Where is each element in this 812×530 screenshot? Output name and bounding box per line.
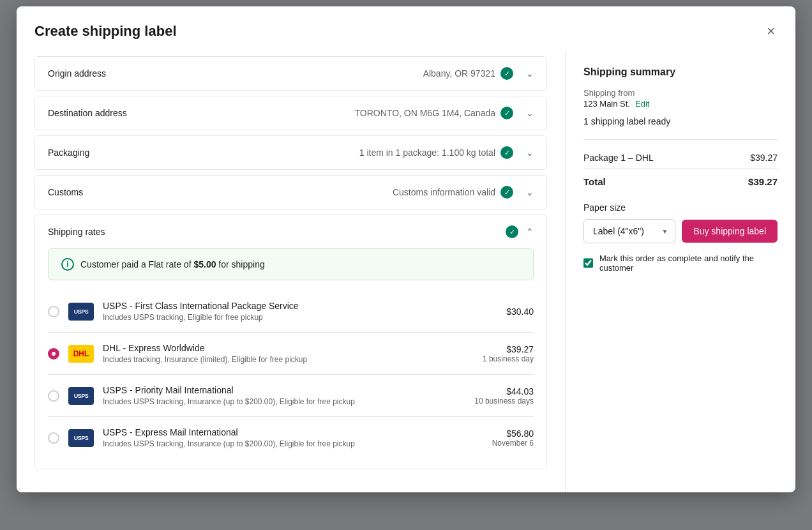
summary-total-label: Total: [583, 176, 606, 187]
destination-address-label: Destination address: [48, 108, 150, 118]
rate-delivery-usps-express: November 6: [492, 439, 534, 448]
summary-package-row: Package 1 – DHL $39.27: [583, 153, 778, 163]
rate-name-usps-first: USPS - First Class International Package…: [103, 301, 497, 311]
paper-size-select[interactable]: Label (4"x6") Letter (8.5"x11") 4"x8": [583, 219, 675, 243]
summary-package-label: Package 1 – DHL: [583, 153, 654, 163]
rate-info-usps-priority: USPS - Priority Mail International Inclu…: [103, 385, 465, 406]
origin-address-header[interactable]: Origin address Albany, OR 97321 ⌄: [35, 57, 546, 90]
rate-price-value-dhl: $39.27: [483, 344, 534, 354]
close-button[interactable]: ×: [764, 22, 778, 41]
info-banner-text: Customer paid a Flat rate of $5.00 for s…: [80, 259, 265, 269]
packaging-chevron-icon: ⌄: [526, 148, 534, 158]
shipping-rates-section: Shipping rates ⌃ i Customer paid a Flat …: [34, 215, 547, 469]
info-banner: i Customer paid a Flat rate of $5.00 for…: [48, 248, 534, 280]
destination-address-section: Destination address TORONTO, ON M6G 1M4,…: [34, 96, 547, 130]
rate-radio-usps-express[interactable]: [48, 432, 59, 444]
rate-option-dhl[interactable]: DHL DHL - Express Worldwide Includes tra…: [48, 333, 534, 375]
origin-check-icon: [500, 67, 513, 80]
notify-label: Mark this order as complete and notify t…: [599, 254, 778, 273]
summary-package-price: $39.27: [750, 153, 778, 163]
destination-address-value: TORONTO, ON M6G 1M4, Canada ⌄: [150, 107, 534, 119]
rate-radio-dhl[interactable]: [48, 348, 59, 360]
rate-option-usps-priority[interactable]: USPS USPS - Priority Mail International …: [48, 375, 534, 417]
summary-total-price: $39.27: [748, 176, 778, 187]
usps-logo-express: USPS: [68, 429, 94, 447]
customs-chevron-icon: ⌄: [526, 187, 534, 197]
buy-shipping-label-button[interactable]: Buy shipping label: [682, 220, 778, 243]
rate-price-value-usps-first: $30.40: [506, 307, 534, 317]
summary-address-row: 123 Main St. Edit: [583, 99, 778, 109]
rate-option-usps-first[interactable]: USPS USPS - First Class International Pa…: [48, 291, 534, 333]
dhl-logo: DHL: [68, 345, 94, 363]
summary-address: 123 Main St.: [583, 99, 630, 109]
left-panel: Origin address Albany, OR 97321 ⌄ Destin…: [17, 51, 566, 492]
origin-address-section: Origin address Albany, OR 97321 ⌄: [34, 56, 547, 91]
rate-price-value-usps-express: $56.80: [492, 428, 534, 439]
rate-option-usps-express[interactable]: USPS USPS - Express Mail International I…: [48, 417, 534, 458]
rate-desc-usps-express: Includes USPS tracking, Insurance (up to…: [103, 439, 483, 448]
shipping-rates-check-icon: [506, 225, 518, 238]
rate-desc-dhl: Includes tracking, Insurance (limited), …: [103, 355, 474, 364]
customs-section: Customs Customs information valid ⌄: [34, 175, 547, 209]
packaging-value: 1 item in 1 package: 1.100 kg total ⌄: [150, 146, 534, 159]
notify-row: Mark this order as complete and notify t…: [583, 254, 778, 273]
summary-from-label: Shipping from: [583, 88, 778, 98]
info-icon: i: [61, 258, 74, 271]
shipping-rates-chevron-icon: ⌃: [526, 227, 534, 237]
origin-address-label: Origin address: [48, 68, 150, 79]
rate-price-usps-priority: $44.03 10 business days: [474, 386, 534, 405]
rate-delivery-usps-priority: 10 business days: [474, 397, 534, 405]
rate-price-usps-express: $56.80 November 6: [492, 428, 534, 448]
rate-radio-usps-priority[interactable]: [48, 390, 59, 402]
paper-size-row: Label (4"x6") Letter (8.5"x11") 4"x8" ▼ …: [583, 219, 778, 243]
packaging-section: Packaging 1 item in 1 package: 1.100 kg …: [34, 135, 547, 170]
shipping-rates-body: i Customer paid a Flat rate of $5.00 for…: [35, 248, 546, 469]
customs-header[interactable]: Customs Customs information valid ⌄: [35, 176, 546, 209]
rate-name-usps-express: USPS - Express Mail International: [103, 427, 483, 437]
create-shipping-label-modal: Create shipping label × Origin address A…: [17, 6, 795, 492]
usps-logo-first: USPS: [68, 303, 94, 321]
rate-info-usps-first: USPS - First Class International Package…: [103, 301, 497, 322]
summary-ready: 1 shipping label ready: [583, 116, 778, 140]
rate-desc-usps-priority: Includes USPS tracking, Insurance (up to…: [103, 397, 465, 406]
rate-price-dhl: $39.27 1 business day: [483, 344, 534, 363]
destination-chevron-icon: ⌄: [526, 108, 534, 118]
modal-overlay: Create shipping label × Origin address A…: [0, 0, 812, 530]
summary-total-row: Total $39.27: [583, 168, 778, 187]
edit-address-link[interactable]: Edit: [635, 99, 649, 109]
rate-radio-usps-first[interactable]: [48, 306, 59, 317]
customs-value: Customs information valid ⌄: [150, 186, 534, 199]
rate-name-usps-priority: USPS - Priority Mail International: [103, 385, 465, 395]
origin-chevron-icon: ⌄: [526, 68, 534, 79]
notify-checkbox[interactable]: [583, 258, 593, 268]
customs-label: Customs: [48, 187, 150, 197]
summary-title: Shipping summary: [583, 66, 778, 78]
packaging-check-icon: [500, 146, 513, 159]
packaging-header[interactable]: Packaging 1 item in 1 package: 1.100 kg …: [35, 136, 546, 169]
origin-address-value: Albany, OR 97321 ⌄: [150, 67, 534, 80]
modal-body: Origin address Albany, OR 97321 ⌄ Destin…: [17, 51, 795, 492]
rate-delivery-dhl: 1 business day: [483, 354, 534, 363]
modal-header: Create shipping label ×: [17, 6, 795, 51]
destination-check-icon: [500, 107, 513, 119]
right-panel: Shipping summary Shipping from 123 Main …: [566, 51, 795, 492]
shipping-rates-header[interactable]: Shipping rates ⌃: [35, 215, 546, 248]
paper-size-select-wrapper: Label (4"x6") Letter (8.5"x11") 4"x8" ▼: [583, 219, 675, 243]
rate-info-usps-express: USPS - Express Mail International Includ…: [103, 427, 483, 448]
modal-title: Create shipping label: [34, 23, 177, 40]
destination-address-header[interactable]: Destination address TORONTO, ON M6G 1M4,…: [35, 96, 546, 130]
usps-logo-priority: USPS: [68, 387, 94, 405]
paper-size-label: Paper size: [583, 202, 778, 213]
rate-price-value-usps-priority: $44.03: [474, 386, 534, 397]
rate-desc-usps-first: Includes USPS tracking, Eligible for fre…: [103, 313, 497, 322]
shipping-rates-label: Shipping rates: [48, 227, 506, 237]
rate-price-usps-first: $30.40: [506, 307, 534, 317]
customs-check-icon: [500, 186, 513, 199]
packaging-label: Packaging: [48, 148, 150, 158]
rate-info-dhl: DHL - Express Worldwide Includes trackin…: [103, 343, 474, 364]
rate-name-dhl: DHL - Express Worldwide: [103, 343, 474, 353]
